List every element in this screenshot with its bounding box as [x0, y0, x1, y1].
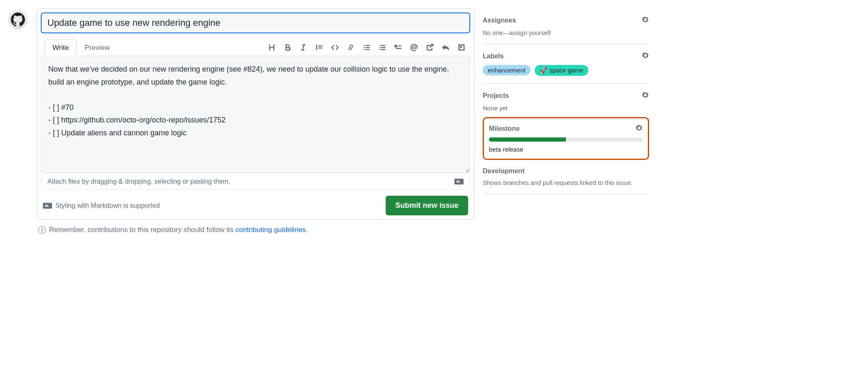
projects-none: None yet [483, 105, 649, 112]
assign-yourself-link[interactable]: assign yourself [509, 29, 551, 36]
unordered-list-icon[interactable] [362, 43, 371, 52]
ordered-list-icon[interactable] [378, 43, 387, 52]
gear-icon[interactable] [642, 52, 649, 61]
label-enhancement[interactable]: enhancement [483, 65, 531, 75]
link-icon[interactable] [347, 43, 355, 52]
development-title: Development [483, 167, 524, 175]
assignees-none: No one— [483, 29, 509, 36]
quote-icon[interactable] [315, 43, 323, 52]
markdown-toolbar [268, 43, 470, 52]
milestone-progress [489, 137, 643, 142]
milestone-title: Milestone [489, 125, 520, 132]
markdown-badge-icon: M↓ [43, 203, 52, 209]
cross-reference-icon[interactable] [426, 43, 434, 52]
markdown-badge-icon[interactable]: M↓ [454, 179, 464, 185]
attach-hint-text: Attach files by dragging & dropping, sel… [47, 178, 230, 185]
labels-title: Labels [483, 52, 504, 60]
code-icon[interactable] [331, 43, 339, 52]
assignees-title: Assignees [483, 17, 516, 24]
info-icon: i [38, 226, 46, 234]
contrib-suffix: . [306, 226, 308, 234]
milestone-name[interactable]: beta release [489, 146, 643, 153]
gear-icon[interactable] [642, 91, 649, 100]
issue-body-textarea[interactable] [41, 56, 470, 173]
projects-title: Projects [483, 92, 509, 100]
reply-icon[interactable] [441, 43, 450, 52]
gear-icon[interactable] [642, 16, 649, 25]
development-desc: Shows branches and pull requests linked … [483, 179, 649, 186]
issue-title-input[interactable] [41, 13, 470, 33]
contributing-guidelines-link[interactable]: contributing guidelines [236, 226, 306, 234]
attach-hint-row[interactable]: Attach files by dragging & dropping, sel… [41, 174, 470, 190]
bold-icon[interactable] [283, 43, 292, 52]
submit-issue-button[interactable]: Submit new issue [386, 196, 468, 215]
user-avatar[interactable] [8, 10, 27, 29]
contrib-text: Remember, contributions to this reposito… [49, 226, 236, 234]
issue-form: Write Preview [37, 8, 474, 220]
markdown-support-note: M↓ Styling with Markdown is supported [43, 202, 160, 209]
heading-icon[interactable] [268, 43, 276, 52]
tab-preview[interactable]: Preview [77, 39, 117, 56]
task-list-icon[interactable] [394, 43, 402, 52]
italic-icon[interactable] [299, 43, 308, 52]
gear-icon[interactable] [635, 124, 643, 133]
label-space-game[interactable]: 🚀 space game [535, 65, 588, 76]
tab-write[interactable]: Write [45, 39, 77, 56]
diff-icon[interactable] [457, 43, 466, 52]
mention-icon[interactable] [410, 43, 418, 52]
